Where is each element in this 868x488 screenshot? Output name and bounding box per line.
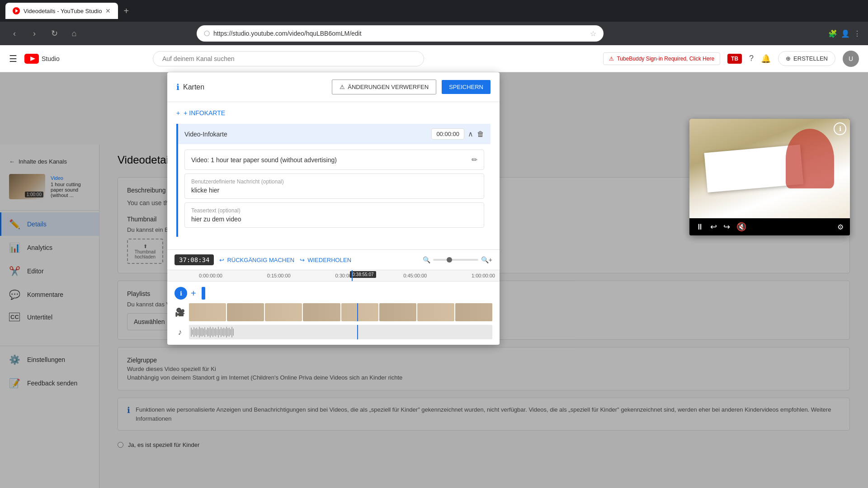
video-preview-area: ℹ — [689, 119, 850, 218]
waveform-bar — [230, 329, 231, 335]
waveform-bar — [223, 328, 224, 337]
bookmark-icon[interactable]: ☆ — [590, 29, 596, 38]
add-infokarte-button[interactable]: + + INFOKARTE — [176, 109, 491, 117]
infokarte-header: Video-Infokarte 00:00:00 ∧ 🗑 — [178, 124, 491, 144]
reload-button[interactable]: ↻ — [47, 26, 61, 41]
erstellen-button[interactable]: ⊕ ERSTELLEN — [778, 51, 835, 66]
waveform-bar — [210, 327, 211, 337]
menu-icon[interactable]: ⋮ — [854, 29, 861, 38]
profile-icon[interactable]: 👤 — [841, 29, 850, 38]
forward-button[interactable]: › — [27, 26, 42, 41]
collapse-icon[interactable]: ∧ — [468, 130, 473, 138]
add-track-icon[interactable]: + — [191, 288, 196, 299]
video-playhead — [357, 303, 358, 321]
video-frame — [689, 119, 850, 218]
timeline-toolbar: 37:08:34 ↩ RÜCKGÄNGIG MACHEN ↪ WIEDERHOL… — [167, 250, 500, 270]
video-clip-7 — [417, 303, 454, 321]
delete-icon[interactable]: 🗑 — [477, 130, 484, 138]
video-card: Video: 1 hour tear paper sound (without … — [184, 150, 484, 170]
zoom-in-icon[interactable]: 🔍+ — [481, 256, 492, 263]
infokarte-content: Video: 1 hour tear paper sound (without … — [178, 144, 491, 237]
cards-header: ℹ Karten ⚠ ÄNDERUNGEN VERWERFEN SPEICHER… — [167, 72, 500, 102]
cards-info-icon: ℹ — [176, 82, 179, 92]
svg-marker-0 — [15, 9, 18, 13]
erstellen-label: ERSTELLEN — [793, 55, 828, 62]
timeline-tracks: ℹ + 🎥 — [167, 282, 500, 345]
waveform-bar — [214, 328, 215, 336]
tab-close-icon[interactable]: ✕ — [105, 7, 111, 14]
help-icon[interactable]: ? — [749, 54, 754, 63]
waveform-bars — [189, 325, 492, 339]
extensions-icon[interactable]: 🧩 — [828, 29, 837, 38]
waveform-bar — [193, 327, 194, 337]
message-field[interactable]: Benutzerdefinierte Nachricht (optional) … — [184, 174, 484, 199]
undo-button[interactable]: ↩ RÜCKGÄNGIG MACHEN — [219, 257, 294, 263]
tubebuddy-logo: TB — [727, 54, 742, 64]
video-track-clips[interactable] — [189, 303, 492, 321]
infokarte-time-badge[interactable]: 00:00:00 — [431, 128, 464, 140]
waveform-bar — [233, 328, 234, 336]
infokarte-block: Video-Infokarte 00:00:00 ∧ 🗑 Video: 1 ho… — [176, 124, 491, 237]
waveform-bar — [191, 328, 192, 336]
yt-header: ☰ Studio ⚠ TubeBuddy Sign-in Required, C… — [0, 45, 868, 72]
video-clip-2 — [227, 303, 264, 321]
zoom-slider[interactable] — [433, 259, 478, 261]
user-avatar[interactable]: U — [843, 51, 859, 67]
hamburger-icon[interactable]: ☰ — [9, 53, 17, 64]
waveform-bar — [200, 328, 201, 336]
url-input[interactable] — [213, 30, 586, 37]
tubebuddy-button[interactable]: ⚠ TubeBuddy Sign-in Required, Click Here — [603, 52, 720, 65]
pause-button[interactable]: ⏸ — [696, 222, 704, 232]
waveform-bar — [219, 329, 220, 335]
waveform-bar — [227, 328, 228, 336]
audio-waveform — [189, 325, 492, 339]
audio-playhead — [357, 325, 358, 339]
home-button[interactable]: ⌂ — [67, 26, 81, 41]
video-info-button[interactable]: ℹ — [834, 122, 846, 135]
info-track-button[interactable]: ℹ — [175, 287, 187, 300]
mute-button[interactable]: 🔇 — [736, 222, 746, 232]
svg-point-1 — [204, 31, 209, 36]
zoom-thumb — [447, 257, 452, 263]
cards-panel: ℹ Karten ⚠ ÄNDERUNGEN VERWERFEN SPEICHER… — [167, 72, 500, 345]
infokarte-controls: 00:00:00 ∧ 🗑 — [431, 128, 484, 140]
yt-studio-label: Studio — [42, 55, 60, 62]
cards-header-actions: ⚠ ÄNDERUNGEN VERWERFEN SPEICHERN — [332, 80, 491, 94]
ruler-mark-4: 0:45:00:00 — [403, 273, 427, 278]
waveform-bar — [218, 327, 219, 338]
redo-button[interactable]: ↪ WIEDERHOLEN — [300, 257, 351, 263]
search-input[interactable] — [153, 51, 424, 66]
save-button[interactable]: SPEICHERN — [442, 80, 491, 94]
playhead-marker — [202, 287, 205, 300]
browser-tab[interactable]: Videodetails - YouTube Studio ✕ — [5, 3, 118, 19]
forward-button-ctrl[interactable]: ↪ — [723, 222, 730, 232]
infokarte-title-label: Video-Infokarte — [184, 131, 227, 138]
video-preview-panel: ℹ ⏸ ↩ ↪ 🔇 ⚙ — [689, 119, 850, 235]
tubebuddy-label: TubeBuddy Sign-in Required, Click Here — [617, 56, 714, 62]
rewind-button[interactable]: ↩ — [710, 222, 717, 232]
notifications-icon[interactable]: 🔔 — [761, 54, 771, 64]
teaser-value: hier zu dem video — [191, 216, 477, 223]
waveform-bar — [226, 327, 227, 337]
waveform-bar — [231, 327, 232, 338]
teaser-field[interactable]: Teasertext (optional) hier zu dem video — [184, 202, 484, 228]
info-track-row: ℹ + — [167, 285, 500, 301]
settings-button[interactable]: ⚙ — [837, 223, 844, 231]
discard-button[interactable]: ⚠ ÄNDERUNGEN VERWERFEN — [332, 80, 436, 94]
audio-track-row: ♪ — [167, 323, 500, 341]
time-display: 37:08:34 — [175, 254, 214, 265]
browser-chrome: Videodetails - YouTube Studio ✕ + — [0, 0, 868, 22]
back-button[interactable]: ‹ — [7, 26, 22, 41]
zoom-out-icon[interactable]: 🔍 — [423, 256, 430, 263]
waveform-bar — [206, 329, 207, 335]
redo-icon: ↪ — [300, 257, 305, 263]
waveform-bar — [212, 327, 213, 337]
video-clip-3 — [265, 303, 302, 321]
edit-video-icon[interactable]: ✏ — [472, 155, 477, 164]
infokarte-title-area: Video-Infokarte — [184, 131, 227, 138]
address-bar[interactable]: ☆ — [197, 25, 604, 42]
waveform-bar — [196, 328, 197, 337]
video-clip-1 — [189, 303, 226, 321]
video-clip-8 — [455, 303, 492, 321]
new-tab-button[interactable]: + — [123, 6, 129, 16]
